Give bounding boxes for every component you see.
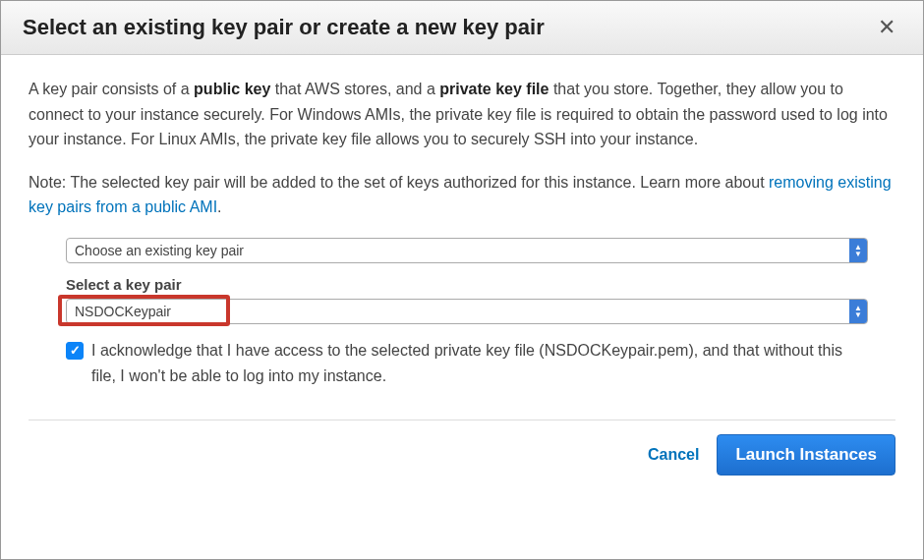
modal-body: A key pair consists of a public key that… [1,55,923,398]
keypair-description: A key pair consists of a public key that… [29,77,895,152]
keypair-select-value: NSDOCKeypair [75,301,171,322]
keypair-mode-value: Choose an existing key pair [75,240,244,261]
modal-footer: Cancel Launch Instances [1,434,923,495]
keypair-select[interactable]: NSDOCKeypair ▲▼ [66,299,868,324]
desc-text-2: that AWS stores, and a [270,81,439,97]
close-icon[interactable]: ✕ [872,15,901,40]
note-suffix: . [217,198,221,215]
chevron-updown-icon: ▲▼ [849,300,867,323]
modal-header: Select an existing key pair or create a … [1,1,923,55]
modal-title: Select an existing key pair or create a … [23,15,545,40]
select-keypair-label: Select a key pair [66,273,868,297]
acknowledge-row: ✓ I acknowledge that I have access to th… [66,338,868,388]
acknowledge-text: I acknowledge that I have access to the … [91,338,868,388]
launch-instances-button[interactable]: Launch Instances [717,434,895,476]
desc-bold-2: private key file [439,81,549,97]
chevron-updown-icon: ▲▼ [849,239,867,262]
acknowledge-checkbox[interactable]: ✓ [66,342,84,360]
note-line: Note: The selected key pair will be adde… [29,170,895,220]
keypair-mode-select[interactable]: Choose an existing key pair ▲▼ [66,238,868,263]
desc-text-1: A key pair consists of a [29,81,194,97]
note-text: Note: The selected key pair will be adde… [29,174,769,191]
footer-divider [29,420,895,420]
form-area: Choose an existing key pair ▲▼ Select a … [29,238,895,388]
cancel-button[interactable]: Cancel [648,446,699,464]
desc-bold-1: public key [194,81,270,97]
